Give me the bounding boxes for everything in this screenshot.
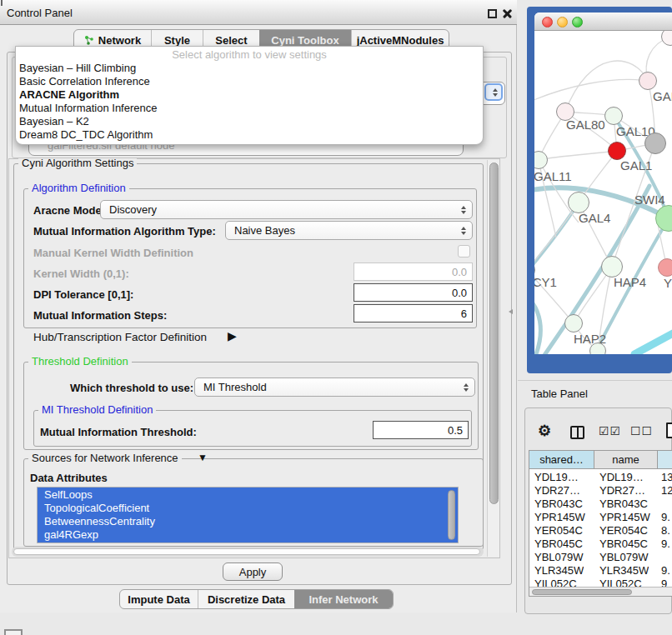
table-cell[interactable]: YDR27… <box>599 484 645 497</box>
table-cell[interactable]: YER054C <box>534 524 583 537</box>
data-attributes-list[interactable]: SelfLoops TopologicalCoefficient Between… <box>37 487 459 543</box>
table-cell[interactable]: YBR045C <box>534 538 583 550</box>
columns-icon[interactable] <box>570 426 584 439</box>
tab-impute-data[interactable]: Impute Data <box>120 590 198 608</box>
table-cell[interactable]: YIL052C <box>534 578 577 587</box>
partial-corner-button[interactable] <box>4 629 23 635</box>
mi-threshold-value: 0.5 <box>448 424 463 437</box>
table-cell[interactable]: 12 <box>661 484 672 497</box>
table-cell[interactable]: 9. <box>661 511 670 523</box>
tab-impute-data-label: Impute Data <box>128 593 189 606</box>
table-cell[interactable]: YDL19… <box>534 471 579 483</box>
network-node-y[interactable] <box>658 258 672 277</box>
attribute-item[interactable]: BetweennessCentrality <box>38 515 458 528</box>
algorithm-option[interactable]: Dream8 DC_TDC Algorithm <box>19 128 153 141</box>
unchecked-boxes-icon[interactable]: ☐☐ <box>630 424 653 438</box>
algorithm-option[interactable]: Mutual Information Inference <box>19 102 157 114</box>
network-view-frame: GALGAL80GAL10GAL1GAL11SWI4GAL4GCY1HAP4YH… <box>527 7 672 373</box>
mi-threshold-field[interactable]: 0.5 <box>373 421 469 439</box>
table-cell[interactable]: YPR145W <box>599 511 650 523</box>
mi-algorithm-type-value: Naive Bayes <box>234 224 295 237</box>
algorithm-option-selected[interactable]: ARACNE Algorithm <box>19 88 119 101</box>
table-cell[interactable]: YDL19… <box>599 471 644 483</box>
control-panel-titlebar[interactable]: Control Panel <box>0 0 517 25</box>
table-cell[interactable]: 8. <box>661 524 670 537</box>
bottom-tabstrip: Impute Data Discretize Data Infer Networ… <box>119 589 394 609</box>
algorithm-option[interactable]: Bayesian – K2 <box>19 115 89 128</box>
zoom-traffic-light-icon[interactable] <box>572 17 583 28</box>
attribute-item[interactable]: SelfLoops <box>38 488 458 502</box>
settings-vscrollbar[interactable] <box>487 160 499 557</box>
network-node-label: GAL <box>653 89 672 103</box>
table-hscrollbar[interactable] <box>529 587 672 596</box>
manual-kernel-checkbox[interactable] <box>458 245 470 258</box>
column-header-name[interactable]: name <box>594 451 658 469</box>
table-cell[interactable]: YIL052C <box>599 578 642 587</box>
table-cell[interactable]: 9. <box>661 538 670 550</box>
table-cell[interactable]: YPR145W <box>534 511 585 523</box>
attribute-item[interactable]: TopologicalCoefficient <box>38 502 458 515</box>
mi-algorithm-type-combo[interactable]: Naive Bayes <box>225 221 473 240</box>
aracne-mode-label: Aracne Mode: <box>33 204 105 217</box>
network-node-hap2[interactable] <box>564 314 583 332</box>
column-header-shared[interactable]: shared… <box>529 451 594 469</box>
algorithm-option[interactable]: Bayesian – Hill Climbing <box>19 62 136 74</box>
settings-vscrollbar-thumb[interactable] <box>489 162 499 504</box>
network-node-gal[interactable] <box>639 72 657 90</box>
network-window-titlebar[interactable] <box>534 12 672 31</box>
settings-hscrollbar[interactable] <box>12 547 484 557</box>
table-cell[interactable]: YBR043C <box>599 498 648 510</box>
table-rows: YDL19… YDL19… 13 YDR27… YDR27… 12 YBR043… <box>529 469 672 587</box>
table-cell[interactable]: YDR27… <box>534 484 580 497</box>
list-scrollbar-thumb[interactable] <box>448 490 455 540</box>
column-header-partial[interactable] <box>658 451 672 469</box>
network-node-gal10[interactable] <box>604 107 623 125</box>
sources-collapse-icon[interactable]: ▼ <box>198 452 208 463</box>
close-traffic-light-icon[interactable] <box>542 17 553 28</box>
table-cell[interactable]: YLR345W <box>534 564 584 577</box>
apply-button-label: Apply <box>239 566 267 578</box>
table-hscrollbar-thumb[interactable] <box>532 589 632 595</box>
hub-expand-icon[interactable]: ▶ <box>228 329 237 342</box>
sources-title[interactable]: Sources for Network Inference <box>28 452 182 464</box>
checked-boxes-icon[interactable]: ☑☑ <box>599 424 621 438</box>
table-cell[interactable]: YBR043C <box>534 498 583 510</box>
table-cell[interactable]: YBL079W <box>534 551 584 563</box>
aracne-mode-combo[interactable]: Discovery <box>100 200 473 219</box>
dpi-tolerance-field[interactable]: 0.0 <box>354 283 473 302</box>
window-float-icon[interactable] <box>488 9 497 18</box>
tab-infer-network[interactable]: Infer Network <box>294 590 393 608</box>
apply-button[interactable]: Apply <box>223 562 283 581</box>
which-threshold-combo[interactable]: MI Threshold <box>194 378 475 397</box>
table-cell[interactable]: 13 <box>661 471 672 483</box>
network-canvas[interactable]: GALGAL80GAL10GAL1GAL11SWI4GAL4GCY1HAP4YH… <box>534 31 672 354</box>
gear-icon[interactable]: ⚙ <box>538 423 551 438</box>
table-cell[interactable]: YBR045C <box>599 538 648 550</box>
mi-steps-field[interactable]: 6 <box>354 304 473 322</box>
table-cell[interactable]: YBL079W <box>599 551 649 563</box>
combo-arrows-icon <box>461 206 466 214</box>
aracne-mode-value: Discovery <box>109 203 157 216</box>
minimize-traffic-light-icon[interactable] <box>557 17 568 28</box>
network-node[interactable] <box>644 132 666 154</box>
data-attributes-label: Data Attributes <box>30 472 108 484</box>
table-cell[interactable]: 9 <box>661 578 667 587</box>
kernel-width-field[interactable]: 0.0 <box>354 262 473 281</box>
dpi-tolerance-label: DPI Tolerance [0,1]: <box>33 288 133 301</box>
hub-section-label[interactable]: Hub/Transcription Factor Definition <box>33 331 207 343</box>
window-close-icon[interactable] <box>502 8 513 19</box>
document-icon[interactable] <box>666 422 672 438</box>
tab-discretize-data[interactable]: Discretize Data <box>198 590 294 608</box>
control-panel-window: Control Panel Network Style Select <box>0 0 517 612</box>
table-cell[interactable]: YLR345W <box>599 564 649 577</box>
table-cell[interactable]: YER054C <box>599 524 648 537</box>
tab-cyni-toolbox-label: Cyni Toolbox <box>271 34 339 47</box>
table-cell[interactable]: 9. <box>661 564 670 577</box>
mi-algorithm-type-label: Mutual Information Algorithm Type: <box>33 225 216 238</box>
network-node-gal1[interactable] <box>608 142 626 160</box>
network-node-label: GAL80 <box>566 118 605 132</box>
algorithm-definition-title: Algorithm Definition <box>28 182 129 194</box>
network-node[interactable] <box>589 342 606 354</box>
algorithm-option[interactable]: Basic Correlation Inference <box>19 75 150 88</box>
attribute-item[interactable]: gal4RGexp <box>38 528 458 542</box>
